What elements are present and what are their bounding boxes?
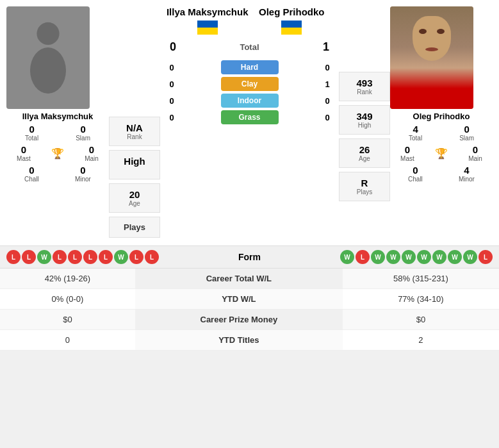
left-chall: 0 Chall [24,165,39,183]
right-plays-panel: R Plays [339,172,390,201]
form-badge-w: W [432,250,446,264]
form-badge-w: W [386,250,400,264]
right-player-name: Oleg Prihodko [390,112,493,121]
trophy-icon-left: 🏆 [51,147,64,160]
indoor-row: 0 Indoor 0 [165,92,334,109]
ytd-wl-label: YTD W/L [135,289,343,310]
form-badge-w: W [463,250,477,264]
left-prize-money: $0 [0,310,135,330]
names-row: Illya Maksymchuk Oleg Prihodko [165,6,334,37]
main-container: Illya Maksymchuk 0 Total 0 Slam 0 Mast 🏆 [0,0,499,351]
surfaces-section: 0 Total 1 0 Hard 0 0 Clay 1 0 [165,39,334,126]
left-high-panel: High [109,150,160,179]
top-section: Illya Maksymchuk 0 Total 0 Slam 0 Mast 🏆 [0,0,499,245]
form-label: Form [224,252,275,262]
left-name-top: Illya Maksymchuk [165,6,250,37]
trophy-icon-right: 🏆 [435,147,448,160]
left-plays-panel: Plays [109,217,160,238]
right-chall: 0 Chall [408,165,423,183]
right-stats-row1: 4 Total 0 Slam [390,124,493,142]
indoor-button[interactable]: Indoor [221,94,279,108]
hard-button[interactable]: Hard [221,60,279,74]
form-badge-w: W [402,250,416,264]
right-total: 4 Total [409,124,422,142]
indoor-left: 0 [165,96,178,106]
left-stats-row1: 0 Total 0 Slam [6,124,109,142]
left-stats-row3: 0 Chall 0 Minor [6,165,109,183]
hard-row: 0 Hard 0 [165,59,334,76]
form-badge-l: L [6,250,20,264]
form-badge-l: L [129,250,143,264]
right-ytd-wl: 77% (34-10) [343,289,499,310]
right-slam: 0 Slam [459,124,474,142]
grass-left: 0 [165,113,178,122]
ytd-titles-label: YTD Titles [135,330,343,351]
indoor-right: 0 [321,96,334,106]
hard-left: 0 [165,63,178,72]
form-badge-w: W [448,250,462,264]
left-rank-panel: N/A Rank [109,117,160,146]
left-minor: 0 Minor [75,165,91,183]
right-name-top: Oleg Prihodko [250,6,334,37]
right-prize-money: $0 [343,310,499,330]
left-info-panels: N/A Rank High 20 Age Plays [109,6,160,239]
stats-table: 42% (19-26) Career Total W/L 58% (315-23… [0,269,499,351]
left-ytd-wl: 0% (0-0) [0,289,135,310]
left-player-name: Illya Maksymchuk [6,112,109,121]
right-player: Oleg Prihodko 4 Total 0 Slam 0 Mast 🏆 [390,6,493,239]
svg-point-1 [30,47,66,94]
clay-right: 1 [321,79,334,89]
right-career-total: 58% (315-231) [343,269,499,289]
right-age-panel: 26 Age [339,138,390,168]
grass-right: 0 [321,113,334,122]
left-mast: 0 Mast [17,144,31,162]
form-badge-l: L [356,250,370,264]
career-total-label: Career Total W/L [135,269,343,289]
prize-money-row: $0 Career Prize Money $0 [0,310,499,330]
left-flag [165,21,250,37]
form-badge-w: W [417,250,431,264]
left-stats-row2: 0 Mast 🏆 0 Main [6,144,109,162]
prize-money-label: Career Prize Money [135,310,343,330]
ytd-titles-row: 0 YTD Titles 2 [0,330,499,351]
career-total-row: 42% (19-26) Career Total W/L 58% (315-23… [0,269,499,289]
left-form-badges: LLWLLLLWLL [6,250,159,264]
form-row: LLWLLLLWLL Form WLWWWWWWWL [0,245,499,269]
right-flag [250,21,334,37]
left-slam: 0 Slam [76,124,90,142]
form-badge-w: W [114,250,128,264]
form-badge-l: L [479,250,493,264]
right-form-badges: WLWWWWWWWL [340,250,493,264]
clay-row: 0 Clay 1 [165,76,334,92]
center-section: Illya Maksymchuk Oleg Prihodko 0 [160,6,339,239]
right-ytd-titles: 2 [343,330,499,351]
right-minor: 4 Minor [459,165,475,183]
form-badge-l: L [68,250,82,264]
clay-button[interactable]: Clay [221,77,279,91]
form-badge-l: L [22,250,36,264]
form-badge-w: W [37,250,51,264]
left-career-total: 42% (19-26) [0,269,135,289]
right-high-panel: 349 High [339,105,390,135]
right-rank-panel: 493 Rank [339,72,390,101]
right-stats-row2: 0 Mast 🏆 0 Main [390,144,493,162]
right-mast: 0 Mast [400,144,414,162]
form-badge-l: L [99,250,113,264]
hard-right: 0 [321,63,334,72]
total-row: 0 Total 1 [165,39,334,55]
svg-point-0 [37,22,59,45]
clay-left: 0 [165,79,178,89]
right-player-photo [390,6,473,109]
form-badge-w: W [371,250,385,264]
form-badge-w: W [340,250,354,264]
right-info-panels: 493 Rank 349 High 26 Age R Plays [339,6,390,239]
right-main: 0 Main [468,144,482,162]
grass-row: 0 Grass 0 [165,109,334,126]
form-badge-l: L [83,250,97,264]
form-badge-l: L [53,250,67,264]
grass-button[interactable]: Grass [221,110,279,124]
left-main: 0 Main [85,144,99,162]
form-badge-l: L [145,250,159,264]
left-player: Illya Maksymchuk 0 Total 0 Slam 0 Mast 🏆 [6,6,109,239]
right-stats-row3: 0 Chall 4 Minor [390,165,493,183]
